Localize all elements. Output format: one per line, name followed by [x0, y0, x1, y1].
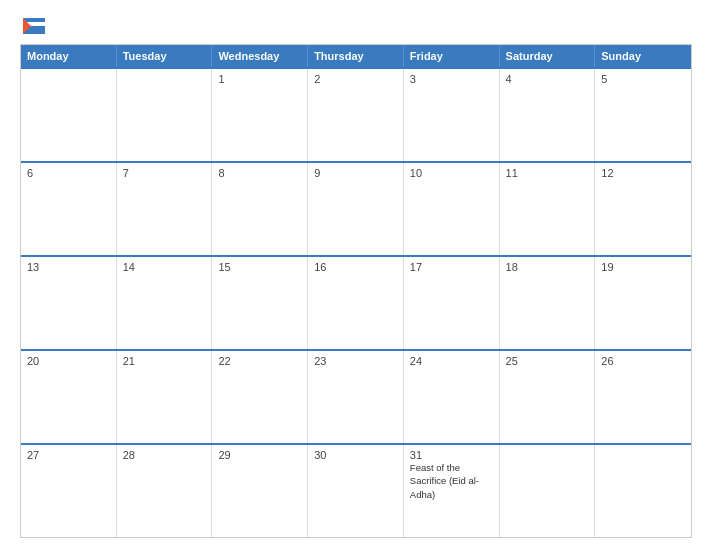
week-row-5: 2728293031Feast of the Sacrifice (Eid al… [21, 443, 691, 537]
day-number: 19 [601, 261, 685, 273]
day-number: 1 [218, 73, 301, 85]
day-number: 16 [314, 261, 397, 273]
day-cell-5: 5 [595, 69, 691, 161]
day-cell-2: 2 [308, 69, 404, 161]
day-cell-1: 1 [212, 69, 308, 161]
week-row-1: 12345 [21, 67, 691, 161]
day-cell-27: 27 [21, 445, 117, 537]
day-number: 7 [123, 167, 206, 179]
day-number: 10 [410, 167, 493, 179]
holiday-label: Feast of the Sacrifice (Eid al-Adha) [410, 462, 479, 500]
day-number: 11 [506, 167, 589, 179]
day-number: 20 [27, 355, 110, 367]
empty-day-cell [595, 445, 691, 537]
day-cell-31: 31Feast of the Sacrifice (Eid al-Adha) [404, 445, 500, 537]
day-number: 18 [506, 261, 589, 273]
day-number: 21 [123, 355, 206, 367]
day-number: 3 [410, 73, 493, 85]
day-cell-13: 13 [21, 257, 117, 349]
day-number: 31 [410, 449, 493, 461]
day-number: 27 [27, 449, 110, 461]
week-row-3: 13141516171819 [21, 255, 691, 349]
day-headers-row: MondayTuesdayWednesdayThursdayFridaySatu… [21, 45, 691, 67]
day-header-saturday: Saturday [500, 45, 596, 67]
day-cell-4: 4 [500, 69, 596, 161]
day-number: 2 [314, 73, 397, 85]
day-cell-28: 28 [117, 445, 213, 537]
day-cell-17: 17 [404, 257, 500, 349]
day-cell-29: 29 [212, 445, 308, 537]
day-cell-23: 23 [308, 351, 404, 443]
day-number: 5 [601, 73, 685, 85]
day-cell-8: 8 [212, 163, 308, 255]
day-number: 22 [218, 355, 301, 367]
day-cell-25: 25 [500, 351, 596, 443]
calendar-page: MondayTuesdayWednesdayThursdayFridaySatu… [0, 0, 712, 550]
day-header-tuesday: Tuesday [117, 45, 213, 67]
day-number: 24 [410, 355, 493, 367]
day-number: 23 [314, 355, 397, 367]
day-number: 13 [27, 261, 110, 273]
day-number: 25 [506, 355, 589, 367]
day-cell-10: 10 [404, 163, 500, 255]
day-cell-19: 19 [595, 257, 691, 349]
day-cell-22: 22 [212, 351, 308, 443]
calendar-grid: MondayTuesdayWednesdayThursdayFridaySatu… [20, 44, 692, 538]
day-number: 14 [123, 261, 206, 273]
day-number: 4 [506, 73, 589, 85]
day-cell-24: 24 [404, 351, 500, 443]
day-cell-15: 15 [212, 257, 308, 349]
day-header-sunday: Sunday [595, 45, 691, 67]
day-cell-6: 6 [21, 163, 117, 255]
calendar-header [20, 18, 692, 34]
day-cell-9: 9 [308, 163, 404, 255]
logo [20, 18, 45, 34]
day-number: 9 [314, 167, 397, 179]
day-cell-11: 11 [500, 163, 596, 255]
day-cell-21: 21 [117, 351, 213, 443]
week-row-2: 6789101112 [21, 161, 691, 255]
day-cell-12: 12 [595, 163, 691, 255]
day-cell-26: 26 [595, 351, 691, 443]
day-cell-30: 30 [308, 445, 404, 537]
day-header-wednesday: Wednesday [212, 45, 308, 67]
day-number: 26 [601, 355, 685, 367]
day-number: 6 [27, 167, 110, 179]
day-header-monday: Monday [21, 45, 117, 67]
day-cell-20: 20 [21, 351, 117, 443]
empty-day-cell [117, 69, 213, 161]
day-cell-16: 16 [308, 257, 404, 349]
empty-day-cell [500, 445, 596, 537]
calendar-body: 1234567891011121314151617181920212223242… [21, 67, 691, 537]
day-number: 12 [601, 167, 685, 179]
day-cell-18: 18 [500, 257, 596, 349]
day-number: 8 [218, 167, 301, 179]
day-cell-14: 14 [117, 257, 213, 349]
day-cell-7: 7 [117, 163, 213, 255]
logo-flag-icon [23, 18, 45, 34]
day-cell-3: 3 [404, 69, 500, 161]
day-header-thursday: Thursday [308, 45, 404, 67]
day-number: 28 [123, 449, 206, 461]
day-number: 29 [218, 449, 301, 461]
day-header-friday: Friday [404, 45, 500, 67]
day-number: 30 [314, 449, 397, 461]
day-number: 17 [410, 261, 493, 273]
day-number: 15 [218, 261, 301, 273]
week-row-4: 20212223242526 [21, 349, 691, 443]
empty-day-cell [21, 69, 117, 161]
